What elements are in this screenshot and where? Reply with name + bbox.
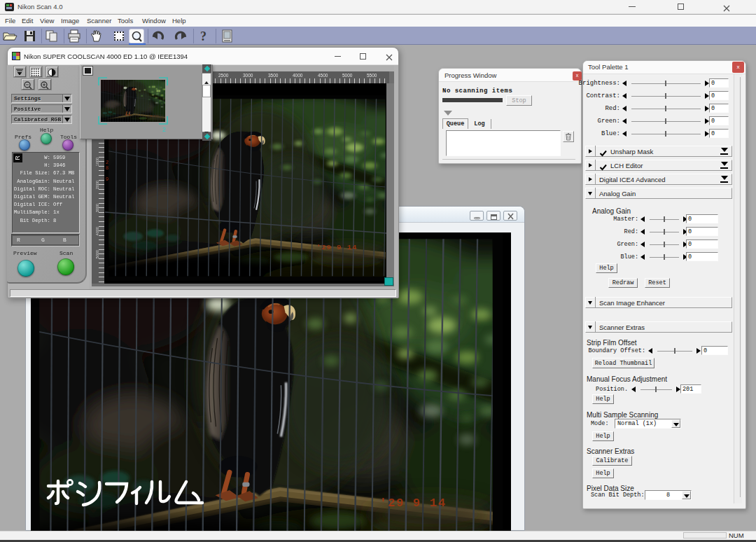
svg-text:?: ?	[200, 29, 206, 43]
